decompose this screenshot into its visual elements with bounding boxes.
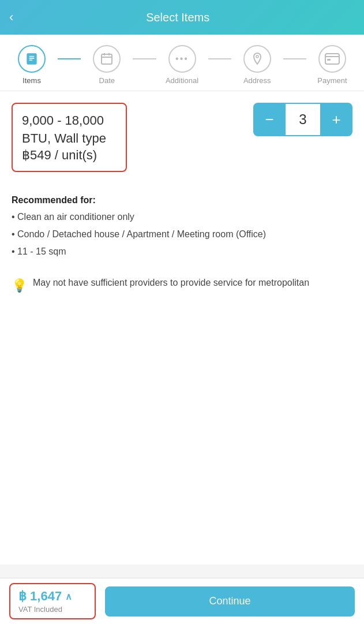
item-title-line1: 9,000 - 18,000 <box>22 112 117 130</box>
quantity-increase-button[interactable]: + <box>320 103 352 136</box>
description-heading: Recommended for: <box>12 195 352 205</box>
step-payment[interactable]: Payment <box>306 45 358 85</box>
item-quantity-row: 9,000 - 18,000 BTU, Wall type ฿549 / uni… <box>12 103 352 184</box>
step-label-date: Date <box>99 76 115 85</box>
bullet-1: • Clean an air conditioner only <box>12 210 352 224</box>
step-address[interactable]: Address <box>231 45 283 85</box>
price-vat-label: VAT Included <box>18 605 87 614</box>
notice-text: May not have sufficient providers to pro… <box>33 276 309 290</box>
step-circle-address <box>243 45 271 73</box>
quantity-decrease-button[interactable]: − <box>253 103 286 136</box>
price-chevron-icon: ∧ <box>65 591 72 602</box>
step-date[interactable]: Date <box>81 45 133 85</box>
step-circle-additional: ••• <box>168 45 196 73</box>
step-circle-items <box>18 45 46 73</box>
svg-rect-9 <box>325 54 339 64</box>
continue-button[interactable]: Continue <box>105 586 355 616</box>
step-label-payment: Payment <box>317 76 347 85</box>
svg-rect-4 <box>102 54 112 64</box>
bullet-2: • Condo / Detached house / Apartment / M… <box>12 227 352 241</box>
back-button[interactable]: ‹ <box>9 10 13 25</box>
svg-rect-0 <box>27 53 36 65</box>
line-3 <box>208 58 231 59</box>
quantity-value: 3 <box>286 103 320 136</box>
quantity-control: − 3 + <box>253 103 352 136</box>
notice-section: 💡 May not have sufficient providers to p… <box>12 276 352 295</box>
step-circle-date <box>93 45 121 73</box>
item-card: 9,000 - 18,000 BTU, Wall type ฿549 / uni… <box>12 103 127 172</box>
step-label-address: Address <box>243 76 271 85</box>
step-additional[interactable]: ••• Additional <box>156 45 208 85</box>
app-header: ‹ Select Items <box>0 0 364 35</box>
step-items[interactable]: Items <box>6 45 58 85</box>
stepper: Items Date ••• Additional Address <box>0 35 364 91</box>
step-label-additional: Additional <box>166 76 198 85</box>
line-1 <box>58 58 81 59</box>
price-amount: ฿ 1,647 ∧ <box>18 589 87 604</box>
item-title-line2: BTU, Wall type <box>22 130 117 148</box>
item-price: ฿549 / unit(s) <box>22 148 117 163</box>
main-content: 9,000 - 18,000 BTU, Wall type ฿549 / uni… <box>0 91 364 565</box>
step-circle-payment <box>318 45 346 73</box>
notice-icon: 💡 <box>12 276 27 295</box>
bullet-3: • 11 - 15 sqm <box>12 245 352 259</box>
description-section: Recommended for: • Clean an air conditio… <box>12 195 352 259</box>
line-4 <box>283 58 306 59</box>
footer: ฿ 1,647 ∧ VAT Included Continue <box>0 578 364 624</box>
svg-point-8 <box>256 55 258 58</box>
price-box[interactable]: ฿ 1,647 ∧ VAT Included <box>9 583 96 619</box>
line-2 <box>133 58 156 59</box>
page-title: Select Items <box>20 11 335 24</box>
step-label-items: Items <box>22 76 41 85</box>
svg-rect-11 <box>327 59 331 61</box>
